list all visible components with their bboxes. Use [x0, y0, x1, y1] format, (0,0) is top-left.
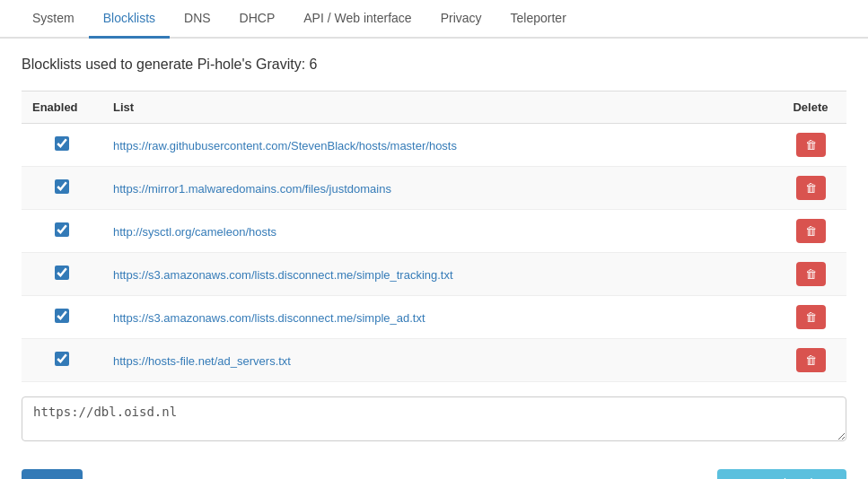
col-header-enabled: Enabled: [22, 91, 102, 124]
delete-button[interactable]: [796, 176, 826, 200]
delete-cell: [775, 253, 846, 296]
list-url: http://sysctl.org/cameleon/hosts: [113, 225, 276, 239]
enabled-cell: [22, 253, 102, 296]
delete-button[interactable]: [796, 262, 826, 286]
blocklist-table: Enabled List Delete https://raw.githubus…: [22, 91, 846, 382]
page-title: Blocklists used to generate Pi-hole's Gr…: [22, 57, 846, 73]
delete-button[interactable]: [796, 133, 826, 157]
enabled-cell: [22, 167, 102, 210]
enabled-checkbox[interactable]: [55, 309, 69, 323]
enabled-cell: [22, 296, 102, 339]
enabled-cell: [22, 124, 102, 167]
delete-button[interactable]: [796, 305, 826, 329]
list-url: https://raw.githubusercontent.com/Steven…: [113, 139, 457, 152]
trash-icon: [805, 310, 817, 324]
list-url-cell: https://hosts-file.net/ad_servers.txt: [102, 339, 775, 382]
footer-bar: Save Important: Save and Update when you…: [22, 458, 846, 479]
nav-tab-api-web[interactable]: API / Web interface: [289, 0, 425, 39]
url-input-area: [22, 396, 846, 444]
enabled-cell: [22, 339, 102, 382]
trash-icon: [805, 138, 817, 152]
delete-cell: [775, 210, 846, 253]
list-url-cell: https://mirror1.malwaredomains.com/files…: [102, 167, 775, 210]
enabled-checkbox[interactable]: [55, 179, 69, 194]
enabled-cell: [22, 210, 102, 253]
table-row: https://raw.githubusercontent.com/Steven…: [22, 124, 846, 167]
list-url-cell: http://sysctl.org/cameleon/hosts: [102, 210, 775, 253]
enabled-checkbox[interactable]: [55, 352, 69, 366]
table-row: https://mirror1.malwaredomains.com/files…: [22, 167, 846, 210]
trash-icon: [805, 224, 817, 238]
delete-button[interactable]: [796, 348, 826, 372]
trash-icon: [805, 353, 817, 367]
nav-tab-teleporter[interactable]: Teleporter: [496, 0, 581, 39]
nav-tab-system[interactable]: System: [18, 0, 89, 39]
list-url: https://hosts-file.net/ad_servers.txt: [113, 354, 291, 368]
delete-cell: [775, 167, 846, 210]
list-url-cell: https://s3.amazonaws.com/lists.disconnec…: [102, 296, 775, 339]
col-header-list: List: [102, 91, 775, 124]
save-update-button[interactable]: Save and Update: [717, 469, 846, 479]
trash-icon: [805, 267, 817, 281]
table-row: https://s3.amazonaws.com/lists.disconnec…: [22, 296, 846, 339]
nav-tab-privacy[interactable]: Privacy: [426, 0, 496, 39]
list-url-cell: https://s3.amazonaws.com/lists.disconnec…: [102, 253, 775, 296]
list-url: https://mirror1.malwaredomains.com/files…: [113, 182, 391, 196]
delete-cell: [775, 339, 846, 382]
list-url: https://s3.amazonaws.com/lists.disconnec…: [113, 268, 453, 282]
table-row: http://sysctl.org/cameleon/hosts: [22, 210, 846, 253]
delete-cell: [775, 124, 846, 167]
list-url-cell: https://raw.githubusercontent.com/Steven…: [102, 124, 775, 167]
delete-cell: [775, 296, 846, 339]
nav-tab-blocklists[interactable]: Blocklists: [89, 0, 170, 39]
table-row: https://s3.amazonaws.com/lists.disconnec…: [22, 253, 846, 296]
url-input[interactable]: [22, 396, 846, 441]
table-row: https://hosts-file.net/ad_servers.txt: [22, 339, 846, 382]
nav-tab-dhcp[interactable]: DHCP: [225, 0, 290, 39]
list-url: https://s3.amazonaws.com/lists.disconnec…: [113, 311, 425, 325]
enabled-checkbox[interactable]: [55, 266, 69, 280]
save-button[interactable]: Save: [22, 469, 83, 479]
nav-tabs: SystemBlocklistsDNSDHCPAPI / Web interfa…: [0, 0, 868, 39]
delete-button[interactable]: [796, 219, 826, 243]
col-header-delete: Delete: [775, 91, 846, 124]
nav-tab-dns[interactable]: DNS: [170, 0, 225, 39]
footer-left: Save Important: Save and Update when you…: [22, 469, 343, 479]
enabled-checkbox[interactable]: [55, 222, 69, 237]
enabled-checkbox[interactable]: [55, 136, 69, 151]
content-area: Blocklists used to generate Pi-hole's Gr…: [0, 39, 868, 479]
trash-icon: [805, 181, 817, 195]
